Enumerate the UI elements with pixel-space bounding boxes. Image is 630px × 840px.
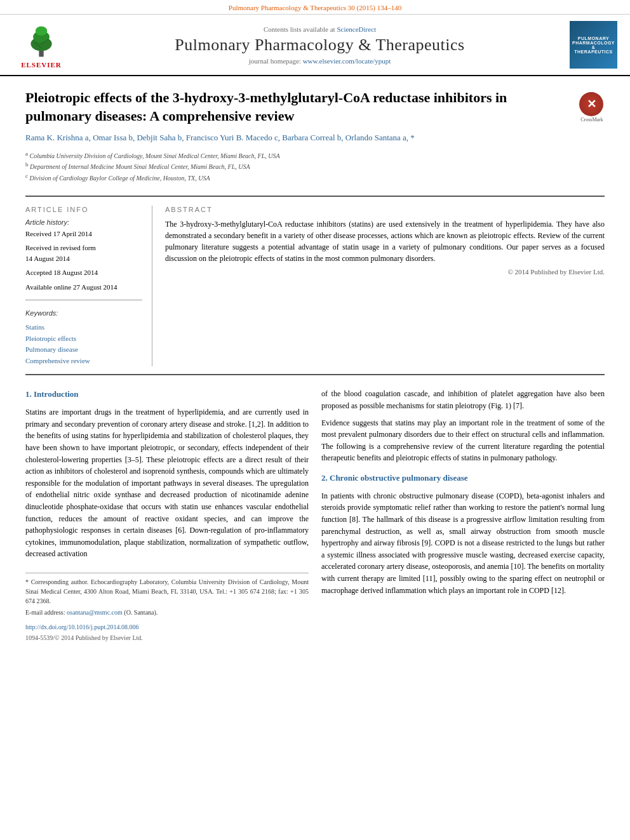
journal-title: Pulmonary Pharmacology & Therapeutics (76, 36, 563, 55)
abstract-label: ABSTRACT (165, 206, 605, 213)
copd-heading: 2. Chronic obstructive pulmonary disease (321, 472, 605, 485)
intro-heading: 1. Introduction (25, 388, 309, 401)
received-revised-date: Received in revised form14 August 2014 (25, 243, 142, 263)
keyword-pulmonary: Pulmonary disease (25, 344, 142, 356)
crossmark-container: ✕ CrossMark (579, 92, 605, 123)
keyword-statins: Statins (25, 322, 142, 333)
article-history-label: Article history: (25, 218, 142, 226)
keyword-pleiotropic: Pleiotropic effects (25, 333, 142, 345)
right-body-column: of the blood coagulation cascade, and in… (321, 388, 605, 643)
email-link[interactable]: osantana@msmc.com (67, 609, 123, 616)
copd-paragraph: In patients with chronic obstructive pul… (321, 490, 605, 596)
affiliations: a Columbia University Division of Cardio… (25, 150, 570, 183)
elsevier-label: ELSEVIER (21, 61, 62, 69)
keywords-block: Keywords: Statins Pleiotropic effects Pu… (25, 308, 142, 366)
article-title-section: Pleiotropic effects of the 3-hydroxy-3-m… (25, 89, 605, 188)
divider-in-info (25, 300, 142, 300)
authors: Rama K. Krishna a, Omar Issa b, Debjit S… (25, 131, 570, 145)
right-para-1: of the blood coagulation cascade, and in… (321, 388, 605, 411)
issn-line: 1094-5539/© 2014 Published by Elsevier L… (25, 633, 309, 643)
article-title: Pleiotropic effects of the 3-hydroxy-3-m… (25, 89, 570, 125)
doi-link[interactable]: http://dx.doi.org/10.1016/j.pupt.2014.08… (25, 623, 138, 630)
doi-line: http://dx.doi.org/10.1016/j.pupt.2014.08… (25, 622, 309, 632)
affiliation-a: Columbia University Division of Cardiolo… (30, 152, 280, 159)
divider-after-authors (25, 196, 605, 197)
email-footnote: E-mail address: osantana@msmc.com (O. Sa… (25, 608, 309, 617)
keywords-label: Keywords: (25, 308, 142, 319)
accepted-date: Accepted 18 August 2014 (25, 267, 142, 278)
body-content: 1. Introduction Statins are important dr… (25, 388, 605, 643)
left-body-column: 1. Introduction Statins are important dr… (25, 388, 309, 643)
copyright-text: © 2014 Published by Elsevier Ltd. (165, 268, 605, 276)
received-date: Received 17 April 2014 (25, 229, 142, 239)
journal-url[interactable]: www.elsevier.com/locate/ypupt (303, 57, 391, 65)
corresponding-footnote: * Corresponding author. Echocardiography… (25, 577, 309, 606)
elsevier-logo: ELSEVIER (13, 22, 70, 69)
journal-center-info: Contents lists available at ScienceDirec… (76, 25, 563, 65)
svg-point-3 (35, 26, 46, 36)
article-title-text: Pleiotropic effects of the 3-hydroxy-3-m… (25, 89, 570, 188)
crossmark-label: CrossMark (579, 117, 605, 123)
abstract-text: The 3-hydroxy-3-methylglutaryl-CoA reduc… (165, 218, 605, 264)
article-info-label: ARTICLE INFO (25, 206, 142, 213)
abstract-column: ABSTRACT The 3-hydroxy-3-methylglutaryl-… (165, 206, 605, 366)
journal-homepage: journal homepage: www.elsevier.com/locat… (76, 57, 563, 65)
contents-available: Contents lists available at ScienceDirec… (76, 25, 563, 33)
article-info-column: ARTICLE INFO Article history: Received 1… (25, 206, 152, 366)
intro-paragraph: Statins are important drugs in the treat… (25, 406, 309, 560)
divider-after-abstract (25, 374, 605, 375)
footnote-area: * Corresponding author. Echocardiography… (25, 573, 309, 643)
journal-ref-text: Pulmonary Pharmacology & Therapeutics 30… (229, 4, 401, 11)
available-online-date: Available online 27 August 2014 (25, 282, 142, 293)
sciencedirect-link[interactable]: ScienceDirect (337, 25, 376, 33)
journal-thumbnail: PULMONARY PHARMACOLOGY & THERAPEUTICS (570, 21, 617, 69)
affiliation-c: Division of Cardiology Baylor College of… (30, 175, 210, 182)
crossmark-badge: ✕ (579, 92, 603, 116)
elsevier-tree-icon (21, 22, 62, 60)
journal-reference-bar: Pulmonary Pharmacology & Therapeutics 30… (0, 0, 630, 15)
article-info-abstract: ARTICLE INFO Article history: Received 1… (25, 206, 605, 366)
keyword-review: Comprehensive review (25, 356, 142, 367)
right-para-2: Evidence suggests that statins may play … (321, 417, 605, 464)
journal-header: ELSEVIER Contents lists available at Sci… (0, 15, 630, 76)
affiliation-b: Department of Internal Medicine Mount Si… (30, 164, 250, 171)
article-content: Pleiotropic effects of the 3-hydroxy-3-m… (0, 76, 630, 655)
